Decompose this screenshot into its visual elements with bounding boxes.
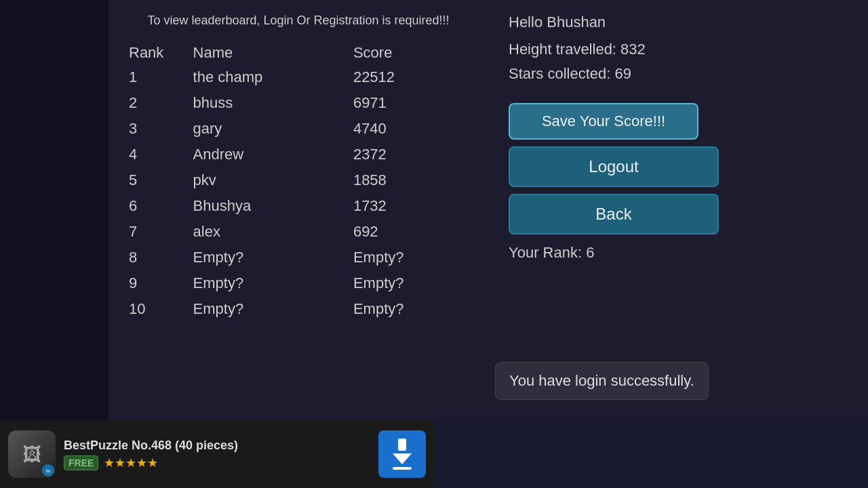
score-cell: 6971 [347, 90, 475, 116]
score-cell: 22512 [347, 64, 475, 90]
ad-meta: FREE ★★★★★ [64, 455, 370, 470]
score-cell: Empty? [347, 245, 475, 270]
your-rank-text: Your Rank: 6 [509, 244, 594, 262]
ad-badge-icon: ∞ [42, 464, 54, 476]
rank-cell: 1 [122, 64, 186, 90]
ad-icon: 🖼 ∞ [8, 430, 56, 478]
height-stat: Height travelled: 832 [509, 41, 646, 58]
hello-text: Hello Bhushan [509, 14, 606, 31]
left-sidebar [0, 0, 108, 420]
name-cell: pkv [186, 167, 347, 193]
name-header: Name [186, 41, 347, 64]
rank-cell: 9 [122, 270, 186, 296]
ad-download-button[interactable] [378, 430, 426, 478]
table-row: 10Empty?Empty? [122, 296, 475, 322]
score-cell: 1858 [347, 167, 475, 193]
name-cell: gary [186, 116, 347, 142]
toast-message: You have login successfully. [509, 372, 694, 389]
name-cell: Bhushya [186, 193, 347, 219]
rank-header: Rank [122, 41, 186, 64]
name-cell: bhuss [186, 90, 347, 116]
login-notice: To view leaderboard, Login Or Registrati… [122, 14, 475, 28]
rank-cell: 5 [122, 167, 186, 193]
ad-text-section: BestPuzzle No.468 (40 pieces) FREE ★★★★★ [64, 439, 370, 470]
ad-banner: 🖼 ∞ BestPuzzle No.468 (40 pieces) FREE ★… [0, 420, 434, 488]
table-row: 8Empty?Empty? [122, 245, 475, 270]
score-cell: 1732 [347, 193, 475, 219]
score-cell: Empty? [347, 270, 475, 296]
back-button[interactable]: Back [509, 194, 719, 235]
score-cell: 2372 [347, 142, 475, 167]
rank-cell: 4 [122, 142, 186, 167]
logout-button[interactable]: Logout [509, 146, 719, 187]
name-cell: Empty? [186, 270, 347, 296]
right-panel: Hello Bhushan Height travelled: 832 Star… [488, 0, 868, 420]
rank-cell: 7 [122, 219, 186, 245]
ad-free-badge: FREE [64, 455, 98, 470]
score-cell: Empty? [347, 296, 475, 322]
name-cell: the champ [186, 64, 347, 90]
main-content: To view leaderboard, Login Or Registrati… [108, 0, 868, 420]
stars-stat: Stars collected: 69 [509, 65, 631, 83]
table-row: 3gary4740 [122, 116, 475, 142]
table-row: 6Bhushya1732 [122, 193, 475, 219]
score-header: Score [347, 41, 475, 64]
table-row: 2bhuss6971 [122, 90, 475, 116]
toast-notification: You have login successfully. [495, 362, 709, 400]
table-row: 7alex692 [122, 219, 475, 245]
score-cell: 4740 [347, 116, 475, 142]
leaderboard-section: To view leaderboard, Login Or Registrati… [108, 0, 488, 420]
table-row: 1the champ22512 [122, 64, 475, 90]
name-cell: Empty? [186, 245, 347, 270]
save-score-button[interactable]: Save Your Score!!! [509, 103, 698, 140]
rank-cell: 10 [122, 296, 186, 322]
rank-cell: 6 [122, 193, 186, 219]
score-cell: 692 [347, 219, 475, 245]
name-cell: Andrew [186, 142, 347, 167]
name-cell: Empty? [186, 296, 347, 322]
ad-title: BestPuzzle No.468 (40 pieces) [64, 439, 370, 453]
table-row: 4Andrew2372 [122, 142, 475, 167]
leaderboard-table: Rank Name Score 1the champ225122bhuss697… [122, 41, 475, 322]
ad-stars: ★★★★★ [104, 455, 158, 470]
rank-cell: 3 [122, 116, 186, 142]
rank-cell: 2 [122, 90, 186, 116]
table-row: 5pkv1858 [122, 167, 475, 193]
name-cell: alex [186, 219, 347, 245]
table-row: 9Empty?Empty? [122, 270, 475, 296]
rank-cell: 8 [122, 245, 186, 270]
